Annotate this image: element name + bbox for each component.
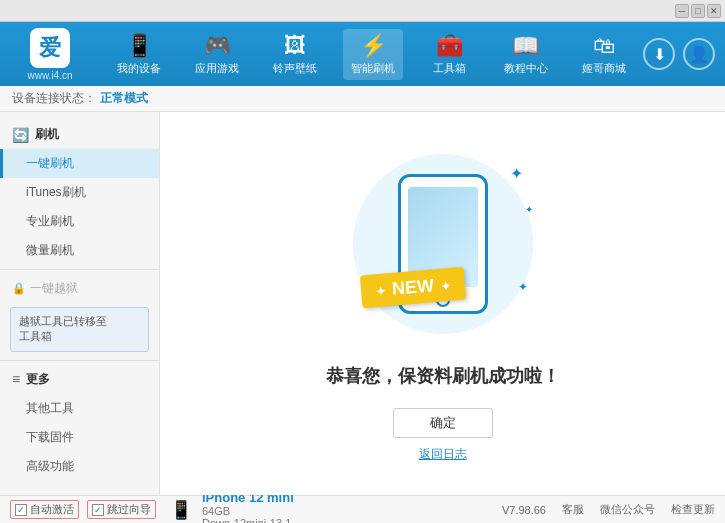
- nav-smart-flash[interactable]: ⚡ 智能刷机: [343, 29, 403, 80]
- success-message: 恭喜您，保资料刷机成功啦！: [326, 364, 560, 388]
- nav-my-device-label: 我的设备: [117, 61, 161, 76]
- nav-app-game[interactable]: 🎮 应用游戏: [187, 29, 247, 80]
- sidebar-flash-section: 🔄 刷机 一键刷机 iTunes刷机 专业刷机 微量刷机: [0, 120, 159, 265]
- bottom-bar: ✓ 自动激活 ✓ 跳过向导 📱 iPhone 12 mini 64GB Down…: [0, 495, 725, 523]
- store-icon: 🛍: [593, 33, 615, 59]
- nav-my-device[interactable]: 📱 我的设备: [109, 29, 169, 80]
- sidebar-item-itunes-flash[interactable]: iTunes刷机: [0, 178, 159, 207]
- minimize-button[interactable]: ─: [675, 4, 689, 18]
- my-device-icon: 📱: [126, 33, 153, 59]
- nav-store[interactable]: 🛍 姬哥商城: [574, 29, 634, 80]
- more-section-icon: ≡: [12, 371, 20, 387]
- logo[interactable]: 爱 www.i4.cn: [10, 28, 90, 81]
- download-button[interactable]: ⬇: [643, 38, 675, 70]
- sidebar-restore-header: 🔒 一键越狱: [0, 274, 159, 303]
- status-value: 正常模式: [100, 90, 148, 107]
- device-model: Down-12mini-13.1: [202, 517, 294, 523]
- confirm-button[interactable]: 确定: [393, 408, 493, 438]
- status-bar: 设备连接状态： 正常模式: [0, 86, 725, 112]
- back-log-link[interactable]: 返回日志: [419, 446, 467, 463]
- nav-wallpaper-label: 铃声壁纸: [273, 61, 317, 76]
- sidebar-restore-section: 🔒 一键越狱 越狱工具已转移至工具箱: [0, 274, 159, 356]
- version-label: V7.98.66: [502, 504, 546, 516]
- phone-illustration: ✦ NEW ✦ ✦ ✦ ✦: [343, 144, 543, 344]
- nav-store-label: 姬哥商城: [582, 61, 626, 76]
- jailbreak-notice: 越狱工具已转移至工具箱: [10, 307, 149, 352]
- auto-start-checkbox-container[interactable]: ✓ 自动激活: [10, 500, 79, 519]
- sparkle-1: ✦: [510, 164, 523, 183]
- sidebar: 🔄 刷机 一键刷机 iTunes刷机 专业刷机 微量刷机 🔒 一键越狱: [0, 112, 160, 495]
- nav-app-game-label: 应用游戏: [195, 61, 239, 76]
- logo-url: www.i4.cn: [27, 70, 72, 81]
- window-controls[interactable]: ─ □ ✕: [675, 4, 721, 18]
- wallpaper-icon: 🖼: [284, 33, 306, 59]
- flash-section-icon: 🔄: [12, 127, 29, 143]
- content-area: ✦ NEW ✦ ✦ ✦ ✦ 恭喜您，保资料刷机成功啦！ 确定 返回日志: [160, 112, 725, 495]
- support-link[interactable]: 客服: [562, 502, 584, 517]
- nav-bar: 📱 我的设备 🎮 应用游戏 🖼 铃声壁纸 ⚡ 智能刷机 🧰 工具箱 📖 教程中心…: [100, 29, 643, 80]
- sidebar-more-section: ≡ 更多 其他工具 下载固件 高级功能: [0, 365, 159, 481]
- advanced-label: 高级功能: [26, 459, 74, 473]
- status-label: 设备连接状态：: [12, 90, 96, 107]
- main-area: 🔄 刷机 一键刷机 iTunes刷机 专业刷机 微量刷机 🔒 一键越狱: [0, 112, 725, 495]
- toolbox-icon: 🧰: [436, 33, 463, 59]
- sidebar-more-header: ≡ 更多: [0, 365, 159, 394]
- itunes-flash-label: iTunes刷机: [26, 185, 86, 199]
- sidebar-item-other-tools[interactable]: 其他工具: [0, 394, 159, 423]
- wechat-link[interactable]: 微信公众号: [600, 502, 655, 517]
- nav-tutorial-label: 教程中心: [504, 61, 548, 76]
- sidebar-divider-1: [0, 269, 159, 270]
- sidebar-item-one-key-flash[interactable]: 一键刷机: [0, 149, 159, 178]
- sidebar-divider-2: [0, 360, 159, 361]
- sidebar-item-pro-flash[interactable]: 专业刷机: [0, 207, 159, 236]
- nav-wallpaper[interactable]: 🖼 铃声壁纸: [265, 29, 325, 80]
- sparkle-2: ✦: [525, 204, 533, 215]
- maximize-button[interactable]: □: [691, 4, 705, 18]
- bottom-right: V7.98.66 客服 微信公众号 检查更新: [502, 502, 715, 517]
- one-key-flash-label: 一键刷机: [26, 156, 74, 170]
- device-storage: 64GB: [202, 505, 294, 517]
- jailbreak-notice-text: 越狱工具已转移至工具箱: [19, 315, 107, 342]
- lock-icon: 🔒: [12, 282, 26, 295]
- wizard-label: 跳过向导: [107, 502, 151, 517]
- user-button[interactable]: 👤: [683, 38, 715, 70]
- nav-toolbox-label: 工具箱: [433, 61, 466, 76]
- more-section-title: 更多: [26, 371, 50, 388]
- header: 爱 www.i4.cn 📱 我的设备 🎮 应用游戏 🖼 铃声壁纸 ⚡ 智能刷机 …: [0, 22, 725, 86]
- wizard-checkbox-container[interactable]: ✓ 跳过向导: [87, 500, 156, 519]
- new-ribbon-text: NEW: [391, 275, 435, 299]
- nav-smart-flash-label: 智能刷机: [351, 61, 395, 76]
- auto-start-checkbox[interactable]: ✓: [15, 504, 27, 516]
- micro-flash-label: 微量刷机: [26, 243, 74, 257]
- sidebar-flash-header: 🔄 刷机: [0, 120, 159, 149]
- download-firmware-label: 下载固件: [26, 430, 74, 444]
- other-tools-label: 其他工具: [26, 401, 74, 415]
- flash-section-title: 刷机: [35, 126, 59, 143]
- update-link[interactable]: 检查更新: [671, 502, 715, 517]
- smart-flash-icon: ⚡: [360, 33, 387, 59]
- nav-toolbox[interactable]: 🧰 工具箱: [422, 29, 478, 80]
- restore-section-title: 一键越狱: [30, 280, 78, 297]
- pro-flash-label: 专业刷机: [26, 214, 74, 228]
- device-icon: 📱: [170, 499, 192, 521]
- app-game-icon: 🎮: [204, 33, 231, 59]
- sidebar-item-download-firmware[interactable]: 下载固件: [0, 423, 159, 452]
- close-button[interactable]: ✕: [707, 4, 721, 18]
- nav-tutorial[interactable]: 📖 教程中心: [496, 29, 556, 80]
- sidebar-item-advanced[interactable]: 高级功能: [0, 452, 159, 481]
- sparkle-3: ✦: [518, 280, 528, 294]
- auto-start-label: 自动激活: [30, 502, 74, 517]
- logo-icon: 爱: [30, 28, 70, 68]
- wizard-checkbox[interactable]: ✓: [92, 504, 104, 516]
- title-bar: ─ □ ✕: [0, 0, 725, 22]
- tutorial-icon: 📖: [512, 33, 539, 59]
- nav-right-buttons: ⬇ 👤: [643, 38, 715, 70]
- sidebar-item-micro-flash[interactable]: 微量刷机: [0, 236, 159, 265]
